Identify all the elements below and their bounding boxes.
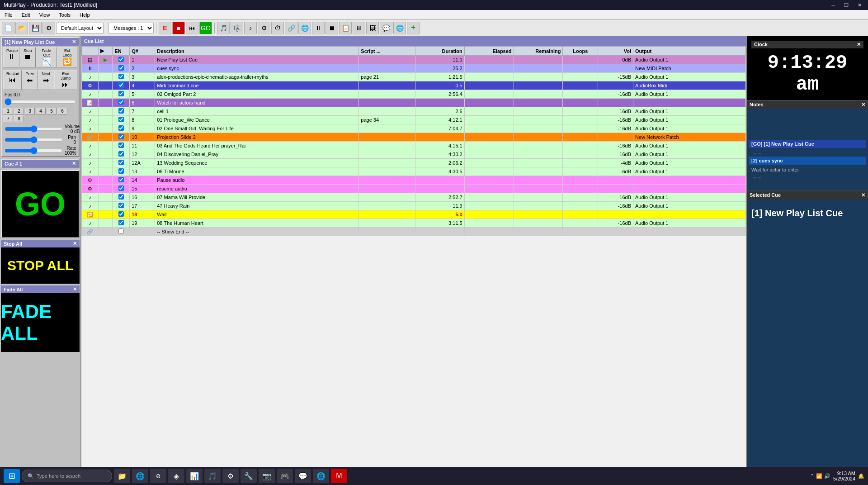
table-row[interactable]: ♪ 7 cell 1 2.6 -16dB Audio Output 1 bbox=[82, 107, 746, 116]
row-checkbox-5[interactable] bbox=[118, 91, 124, 96]
volume-slider[interactable] bbox=[5, 127, 63, 131]
row-checkbox-17[interactable] bbox=[118, 194, 124, 200]
table-row[interactable]: ♪ 16 07 Mama Will Provide 2:52.7 -16dB A… bbox=[82, 193, 746, 202]
taskbar-file-explorer[interactable]: 📁 bbox=[114, 469, 130, 483]
row-checkbox-13[interactable] bbox=[118, 160, 124, 165]
notifications-icon[interactable]: 🔔 bbox=[858, 473, 864, 479]
row-en-14[interactable] bbox=[113, 167, 130, 176]
notes-textarea[interactable] bbox=[749, 110, 866, 138]
table-row[interactable]: ⚙ 14 Pause audio bbox=[82, 176, 746, 185]
table-row[interactable]: ⚙ 4 Midi command cue 0.5 AudioBox Midi bbox=[82, 81, 746, 90]
row-checkbox-8[interactable] bbox=[118, 117, 124, 122]
messages-dropdown[interactable]: Messages : 1 bbox=[108, 23, 154, 33]
row-en-11[interactable] bbox=[113, 142, 130, 150]
table-row[interactable]: ♪ 8 01 Prologue_We Dance page 34 4:12.1 … bbox=[82, 116, 746, 124]
taskbar-browser[interactable]: 🌐 bbox=[132, 469, 148, 483]
menu-tools[interactable]: Tools bbox=[54, 11, 75, 19]
page-btn-6[interactable]: 6 bbox=[57, 108, 67, 114]
row-checkbox-12[interactable] bbox=[118, 151, 124, 157]
row-checkbox-7[interactable] bbox=[118, 108, 124, 114]
row-checkbox-20[interactable] bbox=[118, 220, 124, 225]
pause-button[interactable]: Pause ⏸ bbox=[3, 47, 19, 67]
row-en-17[interactable] bbox=[113, 193, 130, 202]
open-button[interactable]: 📂 bbox=[15, 22, 28, 34]
new-button[interactable]: 📄 bbox=[2, 22, 14, 34]
table-row[interactable]: ♪ 17 47 Heavy Rain 11.9 -16dB Audio Outp… bbox=[82, 202, 746, 210]
row-en-18[interactable] bbox=[113, 202, 130, 210]
pan-slider[interactable] bbox=[5, 138, 63, 142]
row-checkbox-15[interactable] bbox=[118, 177, 124, 182]
tb-icon-1[interactable]: 🎵 bbox=[217, 22, 230, 34]
row-checkbox-19[interactable] bbox=[118, 211, 124, 217]
page-btn-4[interactable]: 4 bbox=[36, 108, 46, 114]
row-en-7[interactable] bbox=[113, 107, 130, 116]
go-red-button[interactable]: E bbox=[159, 22, 171, 34]
notes-close[interactable]: ✕ bbox=[861, 102, 865, 108]
menu-view[interactable]: View bbox=[35, 11, 55, 19]
fade-out-button[interactable]: Fade Out 📉 bbox=[36, 47, 57, 67]
table-row[interactable]: ♪ 9 02 One Small Girl_Waiting For Life 7… bbox=[82, 124, 746, 133]
page-btn-3[interactable]: 3 bbox=[25, 108, 35, 114]
table-row[interactable]: ♪ 12 04 Discovering Daniel_Pray 4:30.2 -… bbox=[82, 150, 746, 159]
tb-icon-5[interactable]: ⏱ bbox=[271, 22, 284, 34]
pos-slider[interactable] bbox=[5, 99, 76, 105]
tb-icon-3[interactable]: ♪ bbox=[244, 22, 257, 34]
table-row[interactable]: ♪ 3 alex-productions-epic-cinematic-saga… bbox=[82, 73, 746, 81]
row-en-8[interactable] bbox=[113, 116, 130, 124]
taskbar-app2[interactable]: 🎵 bbox=[204, 469, 221, 483]
row-checkbox-9[interactable] bbox=[118, 125, 124, 131]
stop-all-display[interactable]: STOP ALL bbox=[1, 247, 80, 284]
row-en-15[interactable] bbox=[113, 176, 130, 185]
page-btn-7[interactable]: 7 bbox=[3, 115, 13, 122]
row-en-19[interactable] bbox=[113, 210, 130, 219]
save-button[interactable]: 💾 bbox=[29, 22, 42, 34]
minimize-button[interactable]: ─ bbox=[829, 2, 838, 8]
tb-icon-4[interactable]: ⚙ bbox=[258, 22, 270, 34]
tb-icon-10[interactable]: 📋 bbox=[339, 22, 352, 34]
table-row[interactable]: 🔁 18 Wait 5.0 bbox=[82, 210, 746, 219]
go-panel[interactable]: GO bbox=[1, 170, 80, 238]
menu-help[interactable]: Help bbox=[75, 11, 94, 19]
row-checkbox-6[interactable] bbox=[118, 100, 124, 105]
table-row[interactable]: ⚙ 15 resume audio bbox=[82, 185, 746, 193]
clock-close[interactable]: ✕ bbox=[857, 42, 861, 48]
row-en-3[interactable] bbox=[113, 73, 130, 81]
taskbar-app7[interactable]: 💬 bbox=[295, 469, 311, 483]
menu-file[interactable]: File bbox=[0, 11, 17, 19]
table-row[interactable]: ♪ 11 03 And The Gods Heard Her prayer_Ra… bbox=[82, 142, 746, 150]
table-row[interactable]: 🔗 10 Projection Slide 2 New Network Patc… bbox=[82, 133, 746, 142]
page-btn-5[interactable]: 5 bbox=[47, 108, 57, 114]
row-en-21[interactable] bbox=[113, 228, 130, 236]
restart-button[interactable]: Restart ⏮ bbox=[3, 70, 22, 90]
row-checkbox-3[interactable] bbox=[118, 74, 124, 79]
row-en-4[interactable] bbox=[113, 81, 130, 90]
row-en-16[interactable] bbox=[113, 185, 130, 193]
tb-icon-9[interactable]: ⏹ bbox=[326, 22, 338, 34]
taskbar-app6[interactable]: 🎮 bbox=[277, 469, 293, 483]
end-jump-button[interactable]: End Jump ⏭ bbox=[54, 70, 77, 90]
row-checkbox-18[interactable] bbox=[118, 203, 124, 208]
row-en-12[interactable] bbox=[113, 150, 130, 159]
taskbar-edge[interactable]: ◈ bbox=[168, 469, 184, 483]
row-en-6[interactable] bbox=[113, 99, 130, 107]
layout-dropdown[interactable]: Default Layout bbox=[56, 23, 104, 33]
tb-icon-11[interactable]: 🖥 bbox=[353, 22, 365, 34]
play-go-button[interactable]: GO bbox=[199, 22, 212, 34]
rate-slider[interactable] bbox=[5, 148, 63, 153]
stop-transport-button[interactable]: Stop ⏹ bbox=[19, 47, 36, 67]
row-en-1[interactable] bbox=[113, 56, 130, 64]
page-btn-2[interactable]: 2 bbox=[14, 108, 24, 114]
next-button[interactable]: Next ➡ bbox=[38, 70, 54, 90]
row-en-5[interactable] bbox=[113, 90, 130, 99]
stop-all-close[interactable]: ✕ bbox=[73, 241, 77, 247]
table-row[interactable]: ♪ 13 06 Ti Moune 4:30.5 -6dB Audio Outpu… bbox=[82, 167, 746, 176]
page-btn-8[interactable]: 8 bbox=[14, 115, 24, 122]
tb-icon-2[interactable]: 🎼 bbox=[231, 22, 243, 34]
back-button[interactable]: ⏮ bbox=[186, 22, 198, 34]
table-row[interactable]: 📝 6 Watch for actors hand bbox=[82, 99, 746, 107]
taskbar-app8[interactable]: 🌐 bbox=[313, 469, 329, 483]
row-en-20[interactable] bbox=[113, 219, 130, 228]
fade-all-close[interactable]: ✕ bbox=[73, 286, 77, 292]
row-en-10[interactable] bbox=[113, 133, 130, 142]
start-button[interactable]: ⊞ bbox=[4, 469, 20, 483]
